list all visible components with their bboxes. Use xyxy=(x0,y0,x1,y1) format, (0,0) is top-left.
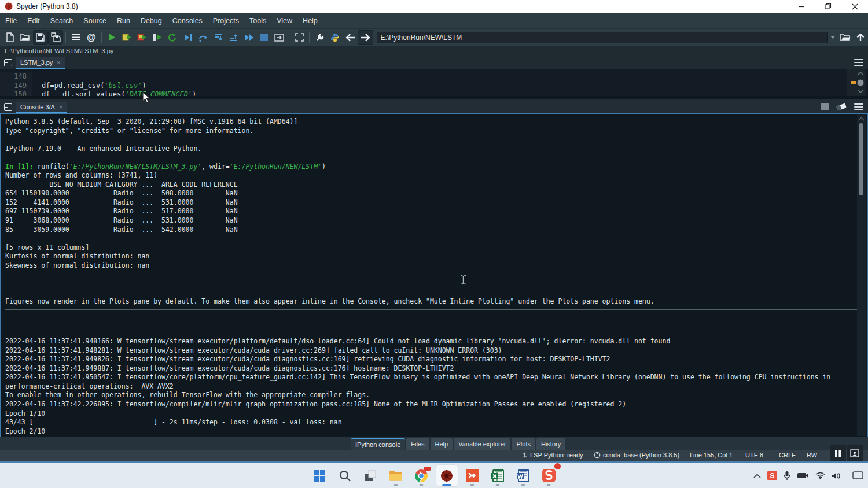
editor-tab-label: LSTM_3.py xyxy=(20,59,53,66)
run-selection-button[interactable] xyxy=(150,30,165,45)
console-line: Number of rows and columns: (3741, 11) xyxy=(5,171,867,180)
console-log-output: 2022-04-16 11:37:41.948166: W tensorflow… xyxy=(5,310,867,436)
ipython-console-pane[interactable]: Python 3.8.5 (default, Sep 3 2020, 21:29… xyxy=(0,113,868,437)
console-tab-label: Console 3/A xyxy=(20,103,55,110)
pane-tab[interactable]: Help xyxy=(431,438,453,450)
excel-button[interactable] xyxy=(487,465,509,486)
console-line: 85 3059.0000 Radio ... 542.0000 NaN xyxy=(5,225,867,235)
recorder-pause-button[interactable] xyxy=(830,445,846,461)
wifi-icon[interactable] xyxy=(815,472,825,479)
task-view-button[interactable] xyxy=(360,465,381,486)
run-cell-button[interactable] xyxy=(119,30,134,45)
spyder-logo-icon xyxy=(5,2,13,10)
chrome-button[interactable] xyxy=(411,465,432,486)
new-file-button[interactable] xyxy=(2,30,17,45)
debug-button[interactable] xyxy=(181,30,196,45)
working-directory-input[interactable] xyxy=(377,32,829,43)
close-button[interactable] xyxy=(841,0,868,13)
console-line xyxy=(5,328,867,338)
menu-item[interactable]: Edit xyxy=(22,14,45,28)
pane-tab[interactable]: IPython console xyxy=(351,438,405,450)
screen-recorder-button[interactable] xyxy=(538,465,560,486)
run-cell-advance-button[interactable] xyxy=(135,30,150,45)
pane-tab[interactable]: Variable explorer xyxy=(454,438,510,450)
file-explorer-button[interactable] xyxy=(385,465,407,486)
console-options-menu-icon[interactable] xyxy=(854,103,863,110)
microphone-icon[interactable] xyxy=(784,471,790,480)
menu-item[interactable]: Search xyxy=(45,14,79,28)
console-line: Epoch 1/10 xyxy=(5,409,867,419)
start-button[interactable] xyxy=(309,465,330,486)
recorder-tray-icon[interactable]: S xyxy=(767,471,777,480)
pane-tab[interactable]: History xyxy=(536,438,565,450)
menu-item[interactable]: View xyxy=(271,14,297,28)
pane-tab[interactable]: Plots xyxy=(512,438,535,450)
menu-item[interactable]: Help xyxy=(297,14,323,28)
word-button[interactable] xyxy=(513,465,534,486)
parent-directory-button[interactable] xyxy=(853,30,868,45)
console-scrollbar-thumb[interactable] xyxy=(859,123,863,195)
find-in-files-button[interactable]: @ xyxy=(84,30,99,45)
editor-scrollbar[interactable] xyxy=(847,69,866,96)
console-line: 43/43 [==============================] -… xyxy=(5,418,867,427)
save-all-button[interactable] xyxy=(48,30,63,45)
editor-pane[interactable]: 148 149 df=pd.read_csv('bsl.csv') 150 df… xyxy=(0,69,868,96)
volume-icon[interactable] xyxy=(832,472,841,480)
editor-edge-line xyxy=(363,69,363,96)
console-line: 2022-04-16 11:37:41.948281: W tensorflow… xyxy=(5,346,867,356)
notifications-icon[interactable] xyxy=(852,471,863,480)
browse-tabs-icon[interactable] xyxy=(4,103,12,111)
menu-item[interactable]: Consoles xyxy=(167,14,208,28)
open-file-button[interactable] xyxy=(17,30,32,45)
lsp-status: LSP Python: ready xyxy=(521,452,583,459)
menu-item[interactable]: Tools xyxy=(244,14,271,28)
step-into-button[interactable] xyxy=(211,30,226,45)
console-line: 2022-04-16 11:37:41.949826: I tensorflow… xyxy=(5,355,867,364)
download-manager-button[interactable] xyxy=(462,465,483,486)
recorder-screenshot-button[interactable] xyxy=(847,445,863,461)
title-bar: Spyder (Python 3.8) xyxy=(0,0,868,13)
file-switcher-button[interactable] xyxy=(68,30,83,45)
editor-options-menu-icon[interactable] xyxy=(854,59,863,66)
new-window-button[interactable] xyxy=(272,30,287,45)
open-directory-button[interactable] xyxy=(837,30,852,45)
menu-item[interactable]: Debug xyxy=(135,14,167,28)
back-button[interactable] xyxy=(343,30,358,45)
interrupt-kernel-icon[interactable] xyxy=(821,103,829,110)
maximize-button[interactable] xyxy=(815,0,841,13)
minimize-button[interactable] xyxy=(788,0,815,13)
forward-button[interactable] xyxy=(358,30,373,45)
step-over-button[interactable] xyxy=(196,30,211,45)
python-interpreter-button[interactable] xyxy=(328,30,343,45)
menu-item[interactable]: File xyxy=(0,14,22,28)
maximize-pane-button[interactable] xyxy=(292,30,307,45)
stop-button[interactable] xyxy=(256,30,271,45)
conda-env-status: conda: base (Python 3.8.5) xyxy=(594,452,679,459)
console-tab[interactable]: Console 3/A × xyxy=(16,102,67,113)
console-line xyxy=(5,234,867,243)
run-button[interactable] xyxy=(104,30,119,45)
pane-tab[interactable]: Files xyxy=(406,438,429,450)
save-button[interactable] xyxy=(33,30,48,45)
menu-item[interactable]: Projects xyxy=(208,14,244,28)
editor-tab-lstm3[interactable]: LSTM_3.py × xyxy=(16,57,65,69)
preferences-button[interactable] xyxy=(312,30,327,45)
menu-item[interactable]: Run xyxy=(112,14,135,28)
search-button[interactable] xyxy=(334,465,356,486)
step-out-button[interactable] xyxy=(226,30,241,45)
working-directory-dropdown-icon[interactable] xyxy=(830,36,835,39)
browse-tabs-icon[interactable] xyxy=(4,59,12,66)
rerun-cell-button[interactable] xyxy=(165,30,180,45)
camera-device-icon[interactable] xyxy=(797,472,809,479)
tab-close-icon[interactable]: × xyxy=(59,103,62,110)
tab-close-icon[interactable]: × xyxy=(57,59,60,66)
menu-item[interactable]: Source xyxy=(78,14,112,28)
console-line: Kurtosis of normal distribution: nan xyxy=(5,252,867,261)
continue-button[interactable] xyxy=(241,30,256,45)
tray-expand-icon[interactable] xyxy=(753,474,761,478)
spyder-taskbar-button[interactable] xyxy=(436,465,458,486)
remove-variables-icon[interactable] xyxy=(836,102,847,111)
system-tray: S xyxy=(753,463,863,488)
console-line: To enable them in other operations, rebu… xyxy=(5,391,867,400)
encoding-status: UTF-8 xyxy=(745,452,763,459)
